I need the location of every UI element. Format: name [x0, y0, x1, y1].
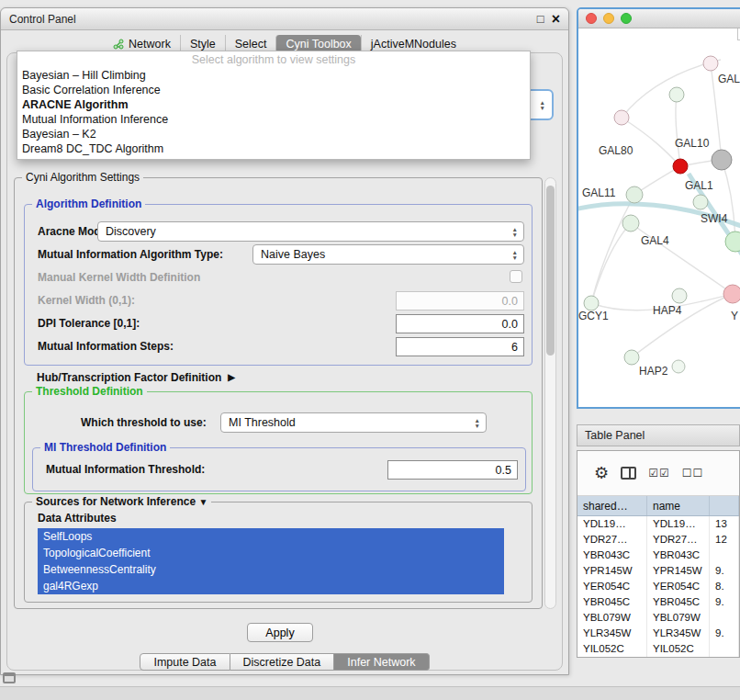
- network-node-label: GAL10: [675, 137, 710, 150]
- cell: YPR145W: [577, 563, 647, 579]
- popup-placeholder: Select algorithm to view settings: [17, 51, 530, 68]
- cell: [710, 610, 739, 626]
- table-row[interactable]: YBL079WYBL079W: [577, 610, 739, 626]
- scrollbar-thumb[interactable]: [546, 186, 555, 356]
- zoom-traffic-light[interactable]: [621, 13, 632, 24]
- threshold-definition-group: Threshold Definition Which threshold to …: [24, 391, 533, 494]
- cell: YDL19…: [647, 516, 710, 532]
- popup-item[interactable]: Basic Correlation Inference: [17, 83, 530, 97]
- columns-icon[interactable]: [621, 467, 636, 480]
- settings-gear-icon[interactable]: ⚙: [594, 465, 609, 481]
- cell: YPR145W: [647, 563, 710, 579]
- table-panel-titlebar[interactable]: Table Panel: [577, 424, 740, 446]
- mi-threshold-input[interactable]: [387, 460, 518, 480]
- arrow-down-icon: ▼: [512, 232, 518, 237]
- sources-title[interactable]: Sources for Network Inference ▼: [32, 495, 211, 508]
- kernel-width-label: Kernel Width (0,1):: [38, 294, 135, 307]
- cell: YIL052C: [647, 641, 710, 657]
- aracne-mode-value: Discovery: [106, 225, 512, 238]
- mi-algorithm-type-select[interactable]: Naive Bayes ▲▼: [252, 244, 524, 265]
- network-node[interactable]: [672, 360, 685, 373]
- popup-item-selected[interactable]: ARACNE Algorithm: [17, 97, 530, 112]
- cell: YBR045C: [577, 594, 647, 610]
- table-row[interactable]: YBR045CYBR045C9.: [577, 594, 739, 610]
- popup-item[interactable]: Bayesian – Hill Climbing: [17, 68, 530, 83]
- network-node[interactable]: [614, 110, 629, 125]
- network-node[interactable]: [672, 288, 687, 303]
- list-item[interactable]: SelfLoops: [38, 528, 504, 545]
- deselect-all-icon[interactable]: ☐☐: [682, 468, 704, 479]
- network-node[interactable]: [669, 87, 684, 102]
- popup-item[interactable]: Bayesian – K2: [17, 127, 530, 141]
- network-node[interactable]: [723, 285, 740, 303]
- network-edge: [622, 118, 680, 166]
- popup-item[interactable]: Mutual Information Inference: [17, 112, 530, 127]
- close-traffic-light[interactable]: [586, 13, 597, 24]
- table-row[interactable]: YPR145WYPR145W9.: [577, 563, 739, 579]
- cell: YLR345W: [647, 626, 710, 641]
- network-node[interactable]: [693, 195, 708, 209]
- tab-infer-network[interactable]: Infer Network: [334, 653, 429, 671]
- list-item[interactable]: gal4RGexp: [38, 578, 504, 594]
- close-window-icon[interactable]: ×: [552, 12, 560, 27]
- apply-button[interactable]: Apply: [247, 623, 313, 642]
- column-header-shared-name[interactable]: shared…: [577, 496, 647, 515]
- network-node[interactable]: [624, 350, 639, 365]
- network-svg: GAL80GAL10GAL1GAL11SWI4GAL4GCY1HAP4HAP2G…: [578, 28, 740, 407]
- network-node[interactable]: [703, 56, 718, 71]
- mi-steps-input[interactable]: [396, 337, 524, 356]
- cell: YBL079W: [647, 610, 710, 626]
- tab-label: Style: [190, 37, 216, 51]
- select-all-icon[interactable]: ☑☑: [648, 468, 670, 479]
- mi-threshold-label: Mutual Information Threshold:: [46, 463, 205, 476]
- table-row[interactable]: YBR043CYBR043C: [577, 548, 739, 563]
- network-node[interactable]: [673, 159, 688, 174]
- control-panel-title: Control Panel: [9, 13, 76, 26]
- network-node[interactable]: [626, 186, 643, 203]
- data-attributes-label: Data Attributes: [38, 512, 117, 525]
- which-threshold-select[interactable]: MI Threshold ▲▼: [220, 412, 487, 433]
- network-window-titlebar[interactable]: [578, 9, 740, 28]
- network-node[interactable]: [584, 296, 599, 310]
- hub-definition-toggle[interactable]: Hub/Transcription Factor Definition ▶: [37, 371, 235, 384]
- network-canvas[interactable]: GAL80GAL10GAL1GAL11SWI4GAL4GCY1HAP4HAP2G…: [578, 28, 740, 407]
- threshold-definition-title: Threshold Definition: [32, 385, 147, 398]
- tab-discretize-data[interactable]: Discretize Data: [230, 653, 335, 671]
- table-row[interactable]: YIL052CYIL052C: [577, 641, 739, 657]
- list-item[interactable]: TopologicalCoefficient: [38, 545, 504, 561]
- settings-scrollbar[interactable]: [544, 177, 556, 609]
- tab-impute-data[interactable]: Impute Data: [140, 653, 230, 671]
- dock-icon[interactable]: [3, 672, 16, 683]
- algorithm-definition-title: Algorithm Definition: [32, 198, 145, 210]
- manual-kernel-width-checkbox[interactable]: [510, 270, 522, 283]
- arrow-up-icon: ▲: [475, 418, 480, 423]
- table-row[interactable]: YER054CYER054C8.: [577, 579, 739, 594]
- column-header-partial[interactable]: [710, 496, 739, 515]
- popup-item[interactable]: Dream8 DC_TDC Algorithm: [17, 141, 530, 156]
- kernel-width-input[interactable]: [396, 291, 524, 310]
- network-node[interactable]: [622, 215, 639, 231]
- table-row[interactable]: YLR345WYLR345W9.: [577, 626, 739, 641]
- expand-right-icon: ▶: [228, 373, 235, 382]
- table-row[interactable]: YDL19…YDL19…13: [577, 516, 739, 532]
- table-toolbar: ⚙ ☑☑ ☐☐: [577, 451, 739, 496]
- settings-group-title: Cyni Algorithm Settings: [22, 171, 143, 184]
- float-window-icon[interactable]: □: [537, 13, 544, 25]
- column-header-name[interactable]: name: [647, 496, 710, 515]
- arrow-up-icon: ▲: [540, 100, 545, 105]
- control-panel-titlebar[interactable]: Control Panel □ ×: [1, 8, 568, 30]
- table-header: shared… name: [577, 496, 739, 516]
- cell: [710, 548, 739, 563]
- cell: YER054C: [647, 579, 710, 594]
- window-buttons: □ ×: [537, 12, 560, 27]
- table-row[interactable]: YDR27…YDR27…12: [577, 532, 739, 548]
- aracne-mode-select[interactable]: Discovery ▲▼: [97, 221, 524, 242]
- network-view-window: GAL80GAL10GAL1GAL11SWI4GAL4GCY1HAP4HAP2G…: [577, 7, 740, 409]
- which-threshold-label: Which threshold to use:: [81, 416, 207, 429]
- list-item[interactable]: BetweennessCentrality: [38, 561, 504, 578]
- data-attributes-list: SelfLoops TopologicalCoefficient Between…: [38, 528, 504, 594]
- network-node[interactable]: [712, 150, 732, 170]
- network-node-label: Y: [731, 310, 738, 322]
- dpi-tolerance-input[interactable]: [396, 314, 524, 333]
- minimize-traffic-light[interactable]: [603, 13, 614, 24]
